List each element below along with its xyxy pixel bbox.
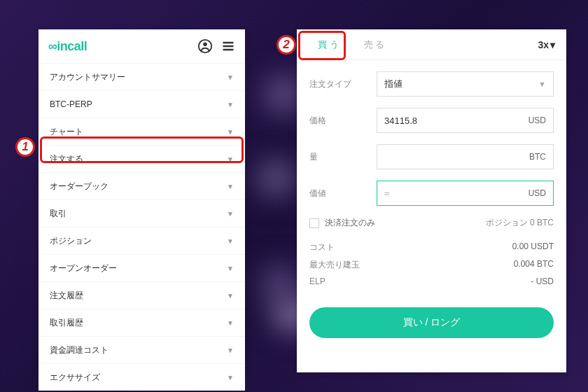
menu-icon[interactable] [221, 39, 235, 53]
annotation-badge-1: 1 [15, 137, 35, 157]
caret-icon: ▼ [227, 128, 234, 136]
logo[interactable]: ∞incall [48, 39, 87, 54]
order-type-value: 指値 [384, 78, 402, 90]
menu-item-trade[interactable]: 取引▼ [38, 200, 245, 227]
price-input[interactable]: 34115.8 USD [377, 108, 554, 133]
worth-label: 価値 [309, 188, 377, 200]
caret-icon: ▼ [227, 210, 234, 218]
leverage-value: 3x [538, 39, 549, 50]
maxsell-value: 0.004 BTC [514, 259, 554, 271]
menu-item-position[interactable]: ポジション▼ [38, 227, 245, 254]
menu-item-label: アカウントサマリー [50, 71, 125, 83]
elp-label: ELP [309, 276, 326, 286]
caret-icon: ▼ [227, 155, 234, 163]
menu-item-label: ポジション [50, 235, 92, 247]
caret-icon: ▼ [227, 237, 234, 245]
annotation-badge-2: 2 [276, 35, 296, 55]
svg-point-1 [203, 43, 207, 47]
position-display: ポジション 0 BTC [486, 217, 554, 229]
amount-label: 量 [309, 151, 377, 163]
amount-input[interactable]: BTC [377, 144, 554, 169]
order-type-label: 注文タイプ [309, 78, 377, 90]
caret-icon: ▼ [227, 101, 234, 108]
order-type-select[interactable]: 指値 ▼ [377, 71, 554, 97]
menu-item-order-history[interactable]: 注文履歴▼ [38, 282, 245, 309]
amount-unit: BTC [529, 152, 546, 162]
caret-icon: ▼ [227, 346, 234, 354]
right-panel: 買 う 売 る 3x ▾ 注文タイプ 指値 ▼ 価格 34115.8 USD 量 [297, 29, 566, 372]
elp-value: - USD [531, 276, 554, 286]
menu-item-label: BTC-PERP [50, 99, 92, 109]
cost-value: 0.00 USDT [512, 241, 554, 253]
caret-icon: ▼ [227, 265, 234, 272]
menu-item-label: 注文履歴 [50, 290, 83, 302]
menu-item-funding[interactable]: 資金調達コスト▼ [38, 337, 245, 363]
tab-buy[interactable]: 買 う [308, 34, 349, 55]
account-icon[interactable] [197, 38, 213, 54]
logo-icon: ∞ [48, 39, 57, 54]
settle-only-checkbox[interactable] [309, 218, 319, 228]
price-label: 価格 [309, 115, 377, 127]
app-header: ∞incall [38, 29, 245, 63]
menu-item-label: 注文する [50, 153, 83, 165]
caret-icon: ▼ [227, 183, 234, 190]
menu-item-label: 資金調達コスト [50, 344, 108, 356]
order-form: 注文タイプ 指値 ▼ 価格 34115.8 USD 量 BTC 価値 ≈ [297, 60, 566, 298]
logo-text: incall [57, 39, 87, 53]
menu-item-label: エクササイズ [50, 372, 100, 384]
order-tabs: 買 う 売 る 3x ▾ [297, 29, 566, 60]
menu-item-label: オープンオーダー [50, 262, 117, 274]
caret-icon: ▾ [550, 39, 555, 50]
caret-icon: ▼ [227, 374, 234, 382]
approx-icon: ≈ [384, 188, 389, 199]
caret-icon: ▼ [227, 319, 234, 327]
menu-item-label: オーダーブック [50, 181, 108, 192]
worth-unit: USD [528, 188, 546, 198]
menu-item-label: 取引 [50, 208, 66, 220]
leverage-selector[interactable]: 3x ▾ [538, 39, 555, 50]
menu-item-trade-history[interactable]: 取引履歴▼ [38, 309, 245, 336]
menu-list: アカウントサマリー▼ BTC-PERP▼ チャート▼ 注文する▼ オーダーブック… [38, 64, 245, 391]
price-unit: USD [528, 115, 546, 125]
menu-item-orderbook[interactable]: オーダーブック▼ [38, 173, 245, 200]
menu-item-label: 取引履歴 [50, 317, 83, 329]
buy-long-button[interactable]: 買い / ロング [309, 307, 554, 338]
menu-item-chart[interactable]: チャート▼ [38, 118, 245, 145]
menu-item-open-orders[interactable]: オープンオーダー▼ [38, 255, 245, 281]
menu-item-account-summary[interactable]: アカウントサマリー▼ [38, 64, 245, 90]
tab-sell[interactable]: 売 る [354, 34, 395, 55]
menu-item-exercise[interactable]: エクササイズ▼ [38, 364, 245, 391]
maxsell-label: 最大売り建玉 [309, 259, 360, 271]
caret-icon: ▼ [227, 74, 234, 81]
price-value: 34115.8 [384, 115, 417, 126]
settle-only-label: 決済注文のみ [325, 217, 375, 229]
menu-item-order[interactable]: 注文する▼ [38, 146, 245, 172]
cost-label: コスト [309, 241, 335, 253]
left-panel: ∞incall アカウントサマリー▼ BTC-PERP▼ チャート▼ 注文する▼… [38, 29, 245, 372]
caret-icon: ▼ [538, 80, 546, 88]
caret-icon: ▼ [227, 292, 234, 300]
worth-input[interactable]: ≈ USD [377, 181, 554, 206]
menu-item-btc-perp[interactable]: BTC-PERP▼ [38, 91, 245, 118]
menu-item-label: チャート [50, 126, 83, 138]
